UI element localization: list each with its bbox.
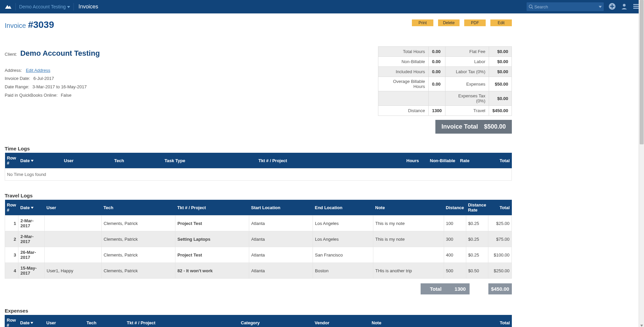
table-row[interactable]: 326-Mar-2017Clements, PatrickProject Tes… [5, 247, 512, 263]
table-row[interactable]: 22-Mar-2017Clements, PatrickSetting Lapt… [5, 231, 512, 247]
col-row[interactable]: Row # [5, 315, 18, 327]
col-vendor[interactable]: Vendor [313, 315, 370, 327]
title-number: #3039 [28, 19, 54, 30]
col-end[interactable]: End Location [313, 200, 373, 216]
svg-marker-12 [31, 160, 34, 162]
edit-address-link[interactable]: Edit Address [26, 68, 50, 73]
travel-logs-table: Row # Date User Tech Tkt # / Project Sta… [5, 200, 512, 279]
summary-row: Overage Billable Hours0.00Expenses$50.00 [378, 77, 512, 91]
summary-value: 0.00 [429, 47, 445, 57]
col-total[interactable]: Total [488, 315, 512, 327]
cell-rate: $0.25 [466, 216, 488, 231]
cell-row: 3 [5, 247, 18, 263]
scroll-down-icon[interactable] [640, 323, 643, 326]
col-note[interactable]: Note [373, 200, 444, 216]
col-row[interactable]: Row # [5, 200, 18, 216]
cell-project: 82 - It won't work [175, 263, 249, 279]
cell-start: Atlanta [249, 216, 313, 231]
invoice-date-label: Invoice Date: [5, 76, 30, 81]
summary-value: 0.00 [429, 67, 445, 77]
cell-total: $25.00 [488, 216, 512, 231]
expenses-title: Expenses [5, 308, 512, 314]
svg-marker-14 [31, 322, 33, 324]
col-rate[interactable]: Rate [458, 153, 478, 169]
cell-date: 15-May-2017 [18, 263, 45, 279]
page-title: Invoice#3039 [5, 19, 54, 30]
cell-project: Project Test [175, 216, 249, 231]
col-tech[interactable]: Tech [112, 153, 163, 169]
nav-divider [15, 3, 16, 10]
search-box[interactable] [527, 2, 604, 11]
col-date[interactable]: Date [18, 153, 62, 169]
add-icon[interactable] [608, 3, 616, 11]
account-dropdown[interactable]: Demo Account Testing [19, 4, 70, 9]
pdf-button[interactable]: PDF [464, 19, 486, 26]
col-note[interactable]: Note [370, 315, 488, 327]
scrollbar-thumb[interactable] [640, 0, 644, 144]
svg-marker-1 [67, 6, 70, 8]
summary-label: Labor Tax (0%) [445, 67, 489, 77]
cell-user [45, 231, 102, 247]
svg-marker-13 [31, 207, 34, 209]
search-input[interactable] [534, 4, 602, 9]
invoice-total-value: $500.00 [484, 123, 506, 130]
address-label: Address: [5, 68, 22, 73]
invoice-total: Invoice Total $500.00 [435, 120, 512, 134]
user-icon[interactable] [621, 3, 628, 11]
cell-distance: 300 [444, 231, 466, 247]
summary-value: $0.00 [489, 67, 512, 77]
travel-total-label: Total [421, 283, 451, 294]
col-distance[interactable]: Distance [444, 200, 466, 216]
col-distrate[interactable]: Distance Rate [466, 200, 488, 216]
summary-value: $0.00 [489, 57, 512, 67]
table-row[interactable]: 415-May-2017User1, HappyClements, Patric… [5, 263, 512, 279]
col-project[interactable]: Tkt # / Project [175, 200, 249, 216]
cell-user [45, 216, 102, 231]
summary-label: Travel [445, 106, 489, 116]
col-tech[interactable]: Tech [102, 200, 175, 216]
cell-note: This is my note [373, 231, 444, 247]
travel-logs-title: Travel Logs [5, 193, 512, 198]
cell-row: 4 [5, 263, 18, 279]
col-hours[interactable]: Hours [405, 153, 428, 169]
col-project[interactable]: Tkt # / Project [257, 153, 405, 169]
travel-total-amount: $450.00 [488, 283, 512, 294]
col-user[interactable]: User [62, 153, 112, 169]
invoice-total-label: Invoice Total [441, 123, 478, 130]
nav-divider [73, 3, 74, 10]
sort-desc-icon [31, 158, 34, 163]
edit-button[interactable]: Edit [490, 19, 512, 26]
travel-total-spacer [470, 283, 488, 294]
cell-total: $100.00 [488, 247, 512, 263]
col-project[interactable]: Tkt # / Project [125, 315, 239, 327]
vertical-scrollbar[interactable] [639, 0, 644, 327]
col-total[interactable]: Total [478, 153, 512, 169]
col-date[interactable]: Date [18, 200, 45, 216]
delete-button[interactable]: Delete [438, 19, 460, 26]
top-nav: Demo Account Testing Invoices [0, 0, 644, 13]
cell-date: 2-Mar-2017 [18, 231, 45, 247]
col-nonbill[interactable]: Non-Billable [428, 153, 458, 169]
summary-row: Total Hours0.00Flat Fee$0.00 [378, 47, 512, 57]
col-category[interactable]: Category [239, 315, 313, 327]
cell-end: Boston [313, 263, 373, 279]
col-tech[interactable]: Tech [85, 315, 125, 327]
breadcrumb[interactable]: Invoices [78, 4, 98, 10]
cell-total: $250.00 [488, 263, 512, 279]
summary-label: Distance [378, 106, 429, 116]
col-row[interactable]: Row # [5, 153, 18, 169]
search-dropdown-icon[interactable] [599, 4, 602, 9]
summary-table: Total Hours0.00Flat Fee$0.00Non-Billable… [378, 46, 512, 116]
col-tasktype[interactable]: Task Type [163, 153, 257, 169]
cell-project: Project Test [175, 247, 249, 263]
cell-start: Atlanta [249, 231, 313, 247]
col-start[interactable]: Start Location [249, 200, 313, 216]
col-user[interactable]: User [45, 200, 102, 216]
logo-icon[interactable] [4, 4, 12, 10]
col-date[interactable]: Date [18, 315, 44, 327]
summary-block: Total Hours0.00Flat Fee$0.00Non-Billable… [378, 46, 512, 134]
col-total[interactable]: Total [488, 200, 512, 216]
col-user[interactable]: User [44, 315, 85, 327]
print-button[interactable]: Print [412, 19, 433, 26]
table-row[interactable]: 12-Mar-2017Clements, PatrickProject Test… [5, 216, 512, 231]
